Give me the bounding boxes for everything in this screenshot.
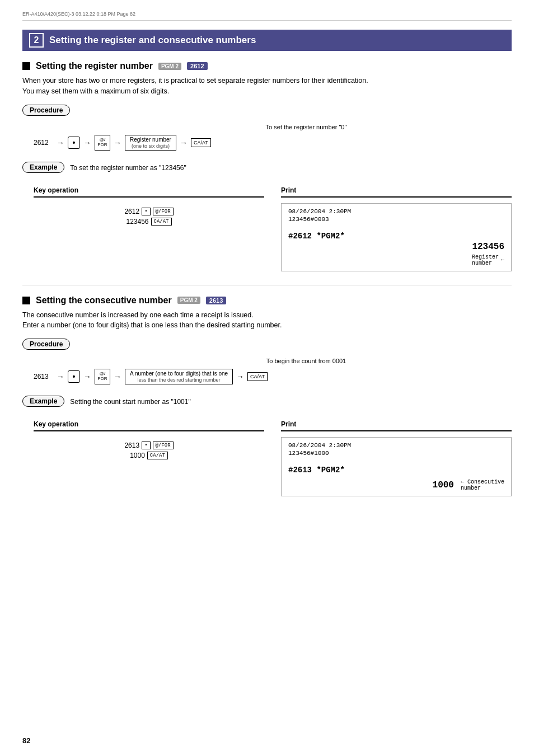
receipt-line1-2: 08/26/2004 2:30PM	[288, 442, 504, 449]
small-key-dot-1: •	[142, 208, 150, 215]
key-op-col-1: Key operation 2612 • @/FOR 123456 CA/AT	[34, 186, 264, 271]
key-dot-1: •	[68, 137, 80, 149]
print-header-1: Print	[281, 186, 512, 198]
arrow-icon-2: →	[83, 138, 91, 147]
receipt-value-1: 123456	[288, 242, 504, 252]
diagram-note-1: To set the register number "0"	[101, 124, 512, 130]
flow-box-2: A number (one to four digits) that is on…	[125, 369, 233, 384]
subsection-register: Setting the register number PGM 2 2612 W…	[22, 61, 512, 271]
arrow-register: ←	[501, 257, 504, 263]
flow-label-2: A number (one to four digits) that is on…	[125, 369, 233, 384]
subsection1-title-row: Setting the register number PGM 2 2612	[22, 61, 512, 71]
section-divider	[22, 285, 512, 285]
subsection2-description: The consecutive number is increased by o…	[22, 310, 512, 331]
key-caat-2: CA/AT	[247, 372, 268, 381]
section-title-bar: 2 Setting the register and consecutive n…	[22, 30, 512, 51]
arrow-icon-5: →	[57, 372, 64, 381]
example-row-2: Example Setting the count start number a…	[22, 396, 512, 411]
flow-box-1: Register number (one to six digits)	[125, 135, 176, 151]
subsection2-title: Setting the consecutive number	[36, 295, 172, 306]
subsection2-title-row: Setting the consecutive number PGM 2 261…	[22, 295, 512, 306]
pgm-badge-2: PGM 2	[177, 297, 200, 304]
print-receipt-1: 08/26/2004 2:30PM 123456#0003 #2612 *PGM…	[281, 203, 512, 271]
flow-row-1: 2612 → • → @/ FOR → Register number (one…	[34, 135, 512, 151]
diagram-note-2: To begin the count from 0001	[101, 358, 512, 364]
flow-start-1: 2612	[34, 139, 53, 147]
black-square-icon	[22, 62, 30, 70]
key-for-2: @/ FOR	[95, 369, 110, 384]
example-desc-1: To set the register number as "123456"	[70, 162, 186, 172]
key-op-header-1: Key operation	[34, 186, 264, 198]
key-op2-line2-row: 1000 CA/AT	[34, 452, 264, 459]
consecutive-value-row: 1000 ← Consecutive number	[288, 479, 504, 491]
key-for-1: @/ FOR	[95, 135, 110, 151]
receipt-line1-1: 08/26/2004 2:30PM	[288, 208, 504, 215]
page-header: ER-A410/A420(SEC)-3 03.12.22 0:18 PM Pag…	[22, 11, 512, 21]
key-op-col-2: Key operation 2613 • @/FOR 1000 CA/AT	[34, 420, 264, 496]
receipt-line3-1: #2612 *PGM2*	[288, 232, 504, 241]
subsection1-title: Setting the register number	[36, 61, 153, 71]
small-key-for-2: @/FOR	[153, 442, 174, 449]
receipt-line2-2: 123456#1000	[288, 450, 504, 457]
key-print-table-1: Key operation 2612 • @/FOR 123456 CA/AT …	[34, 186, 512, 271]
example-desc-2: Setting the count start number as "1001"	[70, 396, 190, 406]
key-op-header-2: Key operation	[34, 420, 264, 431]
key-op-content-2: 2613 • @/FOR 1000 CA/AT	[34, 437, 264, 466]
example-label-2: Example	[22, 396, 64, 407]
procedure-label-1: Procedure	[22, 105, 70, 116]
key-op-content-1: 2612 • @/FOR 123456 CA/AT	[34, 203, 264, 232]
print-col-2: Print 08/26/2004 2:30PM 123456#1000 #261…	[281, 420, 512, 496]
receipt-line3-2: #2613 *PGM2*	[288, 466, 504, 475]
print-receipt-2: 08/26/2004 2:30PM 123456#1000 #2613 *PGM…	[281, 437, 512, 496]
code-badge-1: 2612	[187, 62, 207, 70]
register-label: Register number	[472, 254, 499, 266]
arrow-icon-8: →	[236, 372, 244, 381]
small-key-for-1: @/FOR	[153, 208, 174, 215]
key-caat-1: CA/AT	[191, 138, 211, 147]
arrow-icon-4: →	[180, 138, 188, 147]
subsection-consecutive: Setting the consecutive number PGM 2 261…	[22, 295, 512, 497]
black-square-icon-2	[22, 297, 30, 304]
example-row-1: Example To set the register number as "1…	[22, 162, 512, 177]
procedure-label-2: Procedure	[22, 339, 70, 350]
arrow-icon-6: →	[83, 372, 91, 381]
diagram-2: To begin the count from 0001 2613 → • → …	[34, 358, 512, 384]
subsection1-description: When your store has two or more register…	[22, 76, 512, 97]
small-key-caat-2: CA/AT	[147, 452, 168, 459]
print-header-2: Print	[281, 420, 512, 431]
consecutive-label: ← Consecutive number	[461, 479, 504, 491]
small-key-caat-1: CA/AT	[151, 218, 172, 226]
diagram-1: To set the register number "0" 2612 → • …	[34, 124, 512, 151]
code-badge-2: 2613	[206, 297, 226, 304]
flow-row-2: 2613 → • → @/ FOR → A number (one to fou…	[34, 369, 512, 384]
key-dot-2: •	[68, 370, 80, 383]
receipt-value-2: 1000	[433, 480, 454, 490]
section-number: 2	[29, 33, 44, 48]
key-op-line1-row: 2612 • @/FOR	[34, 208, 264, 215]
arrow-icon-3: →	[114, 138, 121, 147]
print-col-1: Print 08/26/2004 2:30PM 123456#0003 #261…	[281, 186, 512, 271]
section-title: Setting the register and consecutive num…	[49, 35, 256, 46]
flow-label-1: Register number (one to six digits)	[125, 135, 176, 151]
small-key-dot-2: •	[142, 442, 150, 449]
example-label-1: Example	[22, 162, 64, 173]
arrow-icon-7: →	[114, 372, 121, 381]
pgm-badge-1: PGM 2	[158, 63, 181, 70]
flow-start-2: 2613	[34, 373, 53, 381]
arrow-icon-1: →	[57, 138, 64, 147]
key-print-table-2: Key operation 2613 • @/FOR 1000 CA/AT Pr…	[34, 420, 512, 496]
page-number: 82	[22, 736, 30, 745]
register-label-row: Register number ←	[288, 254, 504, 266]
receipt-line2-1: 123456#0003	[288, 216, 504, 223]
key-op2-line1-row: 2613 • @/FOR	[34, 442, 264, 449]
key-op-line2-row: 123456 CA/AT	[34, 218, 264, 226]
